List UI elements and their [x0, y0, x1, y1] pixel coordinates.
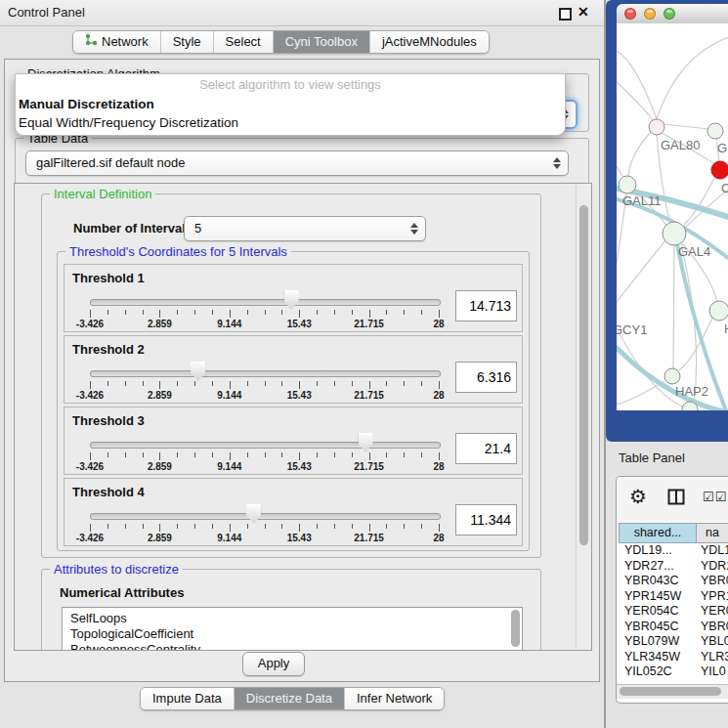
cell-name[interactable]: YPR1: [697, 589, 728, 605]
panel-scrollbar[interactable]: [576, 184, 591, 648]
network-node-gal80[interactable]: [649, 119, 664, 135]
network-canvas[interactable]: GAL80GCGAL11GAL4GCY1HHAP2: [617, 23, 728, 410]
close-traffic-light[interactable]: [624, 8, 636, 20]
cell-shared-name[interactable]: YBL079W: [619, 634, 697, 650]
slider-thumb[interactable]: [284, 290, 299, 310]
attribute-item-betweennesscentrality[interactable]: BetweennessCentrality: [63, 642, 522, 651]
cell-name[interactable]: YER0: [697, 604, 728, 620]
select-columns-icon[interactable]: ☑☑: [703, 490, 727, 504]
panel-scrollbar-thumb[interactable]: [579, 205, 588, 545]
cell-shared-name[interactable]: YDL19...: [619, 543, 697, 559]
cell-shared-name[interactable]: YER054C: [619, 604, 697, 620]
network-edge[interactable]: [617, 51, 657, 119]
gear-icon[interactable]: ⚙: [629, 485, 647, 508]
table-row[interactable]: YDR27...YDR2: [619, 559, 728, 575]
network-node-c[interactable]: [711, 161, 728, 179]
network-node-label: GAL80: [661, 138, 700, 152]
network-node-g[interactable]: [707, 123, 723, 139]
column-header-name[interactable]: na: [697, 523, 728, 543]
cell-name[interactable]: YBL0: [697, 634, 728, 650]
table-data-combobox[interactable]: galFiltered.sif default node: [25, 150, 569, 176]
slider-track[interactable]: [90, 513, 441, 520]
network-edge[interactable]: [628, 132, 651, 176]
slider-track[interactable]: [90, 299, 441, 306]
control-panel: Control Panel ✕ NetworkStyleSelectCyni T…: [0, 0, 604, 728]
slider-thumb[interactable]: [359, 433, 373, 452]
cell-shared-name[interactable]: YLR345W: [619, 650, 697, 665]
slider-track[interactable]: [90, 442, 441, 449]
combo-stepper-icon[interactable]: [553, 157, 561, 169]
table-row[interactable]: YDL19...YDL1: [619, 543, 728, 559]
table-horizontal-scrollbar[interactable]: [617, 684, 728, 699]
apply-button[interactable]: Apply: [242, 652, 305, 676]
network-edge[interactable]: [617, 193, 626, 305]
list-scrollbar-thumb[interactable]: [511, 610, 520, 647]
table-row[interactable]: YIL052CYIL0: [619, 664, 728, 680]
table-row[interactable]: YBR043CYBR0: [619, 574, 728, 589]
network-node-hap2[interactable]: [664, 368, 680, 384]
cell-shared-name[interactable]: YBR045C: [619, 620, 697, 635]
cell-name[interactable]: YLR3: [697, 650, 728, 665]
tab-label: Impute Data: [152, 688, 222, 709]
threshold-value-field[interactable]: [455, 362, 517, 393]
network-node-gal4[interactable]: [663, 222, 686, 245]
algorithm-option-manual-discretization[interactable]: Manual Discretization: [16, 95, 565, 113]
network-edge[interactable]: [617, 381, 664, 405]
number-of-intervals-label: Number of Intervals: [73, 216, 193, 241]
network-edge[interactable]: [657, 37, 728, 119]
minimize-traffic-light[interactable]: [644, 8, 656, 20]
slider-thumb[interactable]: [191, 362, 205, 381]
table-row[interactable]: YPR145WYPR1: [619, 589, 728, 605]
attribute-item-topologicalcoefficient[interactable]: TopologicalCoefficient: [63, 626, 522, 642]
tab-network[interactable]: Network: [73, 31, 160, 53]
network-edge[interactable]: [673, 245, 674, 368]
tab-jactivemnodules[interactable]: jActiveMNodules: [369, 31, 489, 53]
network-edge[interactable]: [617, 240, 665, 307]
combo-stepper-icon[interactable]: [410, 223, 418, 235]
cell-shared-name[interactable]: YBR043C: [619, 574, 697, 589]
attribute-item-selfloops[interactable]: SelfLoops: [63, 611, 522, 626]
tab-infer-network[interactable]: Infer Network: [344, 688, 444, 709]
close-icon[interactable]: ✕: [578, 4, 589, 20]
table-row[interactable]: YER054CYER0: [619, 604, 728, 620]
threshold-value-field[interactable]: [455, 504, 517, 535]
table-row[interactable]: YLR345WYLR3: [619, 650, 728, 665]
tab-style[interactable]: Style: [160, 31, 213, 53]
float-window-icon[interactable]: [559, 8, 572, 21]
tab-discretize-data[interactable]: Discretize Data: [234, 688, 344, 709]
numerical-attributes-list[interactable]: SelfLoopsTopologicalCoefficientBetweenne…: [62, 607, 523, 651]
cell-name[interactable]: YBR0: [697, 574, 728, 589]
network-edge[interactable]: [664, 124, 708, 129]
cell-name[interactable]: YIL0: [697, 664, 728, 680]
table-row[interactable]: YBR045CYBR0: [619, 620, 728, 635]
tab-cyni-toolbox[interactable]: Cyni Toolbox: [273, 31, 369, 53]
slider-track[interactable]: [90, 370, 441, 377]
algorithm-option-equal-width-frequency-discretization[interactable]: Equal Width/Frequency Discretization: [16, 113, 565, 132]
number-of-intervals-combobox[interactable]: 5: [184, 216, 426, 241]
cell-shared-name[interactable]: YIL052C: [619, 664, 697, 680]
tab-select[interactable]: Select: [213, 31, 273, 53]
network-edge[interactable]: [684, 178, 714, 225]
slider-thumb[interactable]: [246, 504, 261, 524]
cell-shared-name[interactable]: YDR27...: [619, 559, 697, 575]
column-header-shared-name[interactable]: shared...: [619, 523, 697, 543]
tab-label: Infer Network: [357, 688, 432, 709]
cell-name[interactable]: YBR0: [697, 620, 728, 635]
cell-shared-name[interactable]: YPR145W: [619, 589, 697, 605]
zoom-traffic-light[interactable]: [664, 8, 675, 20]
network-edge[interactable]: [617, 82, 653, 120]
cyni-toolbox-panel: Discretization Algorithm Select algorith…: [4, 59, 600, 682]
cell-name[interactable]: YDL1: [697, 543, 728, 559]
tab-label: Select: [226, 31, 261, 53]
threshold-value-field[interactable]: [455, 433, 517, 464]
cell-name[interactable]: YDR2: [697, 559, 728, 575]
table-scrollbar-thumb[interactable]: [620, 687, 721, 696]
threshold-value-field[interactable]: [455, 290, 517, 321]
network-node-h[interactable]: [709, 301, 728, 321]
table-row[interactable]: YBL079WYBL0: [619, 634, 728, 650]
tab-impute-data[interactable]: Impute Data: [141, 688, 234, 709]
network-node-gal11[interactable]: [619, 176, 636, 193]
network-view-window: GAL80GCGAL11GAL4GCY1HHAP2: [606, 0, 728, 442]
network-window-titlebar[interactable]: [617, 4, 728, 24]
split-columns-icon[interactable]: [667, 489, 685, 509]
